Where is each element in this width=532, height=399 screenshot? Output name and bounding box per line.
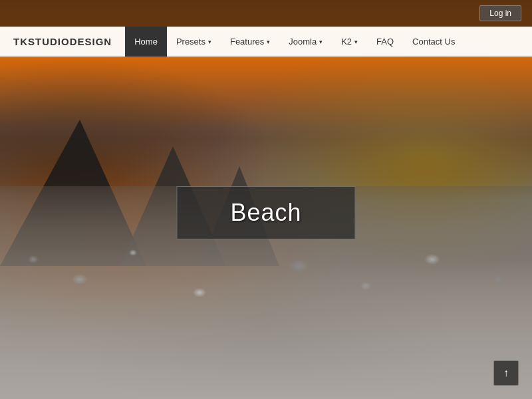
- nav-label-k2: K2: [341, 37, 352, 47]
- chevron-down-icon: ▾: [208, 39, 211, 45]
- nav-item-presets[interactable]: Presets ▾: [167, 27, 221, 57]
- nav-label-faq: FAQ: [376, 37, 394, 47]
- scroll-top-button[interactable]: ↑: [493, 360, 519, 386]
- nav-item-home[interactable]: Home: [125, 27, 167, 57]
- hero-title-box: Beach: [176, 186, 355, 239]
- nav-label-home: Home: [134, 37, 158, 47]
- top-bar: Log in: [0, 0, 532, 27]
- chevron-down-icon: ▾: [354, 39, 358, 45]
- hero-title: Beach: [230, 199, 301, 227]
- nav-bar: TKSTUDIODESIGN Home Presets ▾ Features ▾…: [0, 27, 532, 57]
- site-logo: TKSTUDIODESIGN: [0, 36, 125, 47]
- nav-label-joomla: Joomla: [289, 37, 317, 47]
- nav-menu: Home Presets ▾ Features ▾ Joomla ▾ K2 ▾ …: [125, 27, 532, 57]
- login-button[interactable]: Log in: [479, 5, 521, 21]
- nav-item-faq[interactable]: FAQ: [367, 27, 403, 57]
- nav-item-contact[interactable]: Contact Us: [403, 27, 464, 57]
- nav-label-presets: Presets: [176, 37, 205, 47]
- nav-item-k2[interactable]: K2 ▾: [332, 27, 367, 57]
- nav-label-contact: Contact Us: [412, 37, 455, 47]
- pebble-overlay: [0, 226, 532, 399]
- chevron-down-icon: ▾: [267, 39, 270, 45]
- nav-label-features: Features: [230, 37, 264, 47]
- nav-item-joomla[interactable]: Joomla ▾: [279, 27, 332, 57]
- nav-item-features[interactable]: Features ▾: [221, 27, 279, 57]
- chevron-down-icon: ▾: [319, 39, 323, 45]
